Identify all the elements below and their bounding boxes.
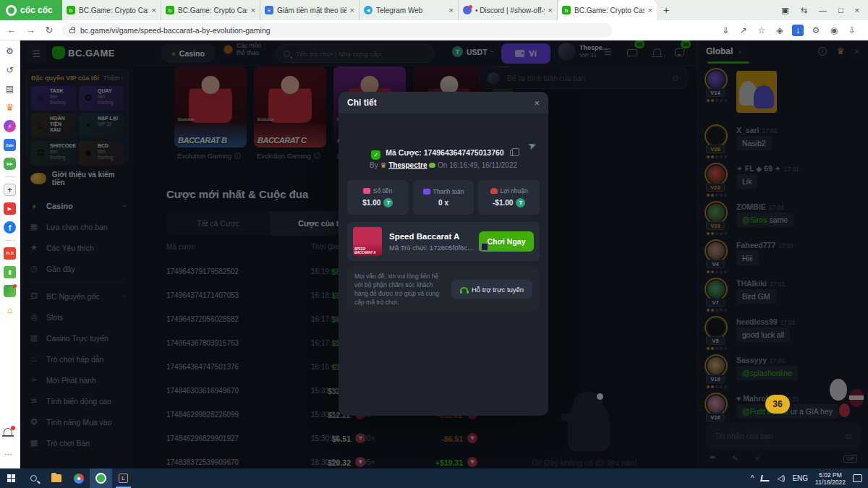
game-thumbnail[interactable]: SPEED BACCARAT A: [353, 227, 382, 256]
notifications-bell-icon[interactable]: [4, 428, 12, 435]
coccoc-taskbar-icon[interactable]: [90, 468, 112, 488]
browser-tabstrip: cốc cốc b BC.Game: Crypto Casino Gam × b…: [0, 0, 868, 20]
coccoc-brand[interactable]: cốc cốc: [0, 0, 62, 20]
maximize-button[interactable]: □: [838, 6, 843, 14]
shield-icon[interactable]: ◈: [774, 25, 786, 36]
crown-icon: ♛: [380, 161, 386, 169]
browser-tab-1[interactable]: b BC.Game: Crypto Casino Gam ×: [62, 0, 161, 20]
system-tray: ^ ◁) ENG 5:02 PM 11/16/2022: [751, 471, 868, 486]
taskbar-search-icon[interactable]: [22, 468, 45, 488]
tab-close-icon[interactable]: ×: [251, 6, 255, 14]
frog-emoji-icon: [429, 163, 435, 168]
facebook-icon[interactable]: f: [4, 221, 16, 234]
games-icon[interactable]: ▸▸: [4, 158, 16, 170]
live-support-button[interactable]: Hỗ trợ trực tuyến: [451, 280, 532, 299]
bet-id-value: 1749643647475013760: [424, 148, 504, 157]
address-bar[interactable]: bc.game/vi/game/speed-baccarat-a-by-evol…: [62, 23, 612, 38]
card-icon: [423, 189, 430, 194]
close-button[interactable]: ×: [855, 6, 859, 14]
downloads-tray-icon[interactable]: ⇩: [846, 25, 858, 36]
browser-urlbar: ← → ↻ bc.game/vi/game/speed-baccarat-a-b…: [0, 20, 868, 40]
tab-close-icon[interactable]: ×: [548, 6, 553, 14]
zalo-icon[interactable]: Zalo: [4, 139, 16, 151]
support-box: Mọi vấn đề, xin vui lòng liên hệ với bộ …: [347, 267, 540, 312]
bet-datetime: 16:16:49, 16/11/2022: [449, 161, 517, 169]
browser-tab-4[interactable]: ◄ Telegram Web ×: [359, 0, 459, 20]
coccoc-logo-icon: [6, 5, 17, 16]
minimize-button[interactable]: —: [819, 6, 827, 14]
reload-button[interactable]: ↻: [43, 25, 55, 35]
chat-unread-badge[interactable]: 36: [765, 395, 790, 414]
tab-title: BC.Game: Crypto Casino Gam: [574, 7, 644, 14]
split-screen-icon[interactable]: ⇆: [801, 6, 807, 15]
more-icon[interactable]: ⋯: [4, 450, 12, 459]
tab-close-icon[interactable]: ×: [350, 6, 354, 14]
bookmark-star-icon[interactable]: ☆: [756, 25, 767, 36]
browser-tab-3[interactable]: ≡ Giảm tiền mặt theo tiến hóa ×: [260, 0, 359, 20]
bettor-username[interactable]: Thespectre: [388, 161, 427, 169]
screen: cốc cốc b BC.Game: Crypto Casino Gam × b…: [0, 0, 868, 488]
history-icon[interactable]: ↺: [4, 64, 16, 76]
newsfeed-icon[interactable]: ▤: [4, 82, 16, 95]
rewards-crown-icon[interactable]: ♛: [4, 101, 16, 114]
tab-close-icon[interactable]: ×: [648, 6, 652, 14]
browser-tab-2[interactable]: b BC.Game: Crypto Casino Gam ×: [161, 0, 260, 20]
language-indicator[interactable]: ENG: [792, 474, 808, 482]
tab-close-icon[interactable]: ×: [152, 6, 156, 14]
cart-icon[interactable]: ⌂: [4, 304, 16, 316]
save-page-icon[interactable]: ⇓: [720, 25, 731, 36]
battery-app-icon[interactable]: ▮: [4, 266, 16, 278]
copy-icon[interactable]: [510, 150, 516, 156]
brand-label: cốc cốc: [20, 5, 53, 15]
modal-close-icon[interactable]: ×: [534, 98, 540, 108]
notification-dot: [11, 426, 15, 430]
settings-icon[interactable]: ⚙: [4, 45, 16, 57]
tab-close-icon[interactable]: ×: [449, 6, 454, 14]
tab-title: BC.Game: Crypto Casino Gam: [79, 7, 148, 14]
url-text[interactable]: bc.game/vi/game/speed-baccarat-a-by-evol…: [80, 26, 271, 35]
browser-tab-active[interactable]: b BC.Game: Crypto Casino Gam ×: [558, 0, 657, 20]
profile-icon[interactable]: ◉: [828, 25, 840, 36]
messenger-icon[interactable]: ⚡: [4, 120, 16, 132]
sale-icon[interactable]: 25.11: [4, 247, 16, 260]
youtube-icon[interactable]: ▶: [4, 202, 16, 215]
windows-taskbar: L ^ ◁) ENG 5:02 PM 11/16/2022: [0, 468, 868, 488]
bet-stats: Số tiền $1.00T Thanh toán 0 x Lợi nhuận …: [347, 180, 540, 215]
share-icon[interactable]: ↗: [738, 25, 749, 36]
download-icon[interactable]: ↓: [792, 25, 804, 36]
stat-amount: Số tiền $1.00T: [347, 180, 409, 215]
copy-icon[interactable]: [479, 244, 485, 251]
doc-favicon: ≡: [265, 6, 273, 14]
extensions-icon[interactable]: ⚙: [810, 25, 822, 36]
league-of-legends-icon[interactable]: L: [112, 468, 135, 488]
bet-id-label: Mã Cược:: [386, 148, 422, 157]
stat-payout: Thanh toán 0 x: [413, 180, 475, 215]
browser-toolbar-icons: ⇓ ↗ ☆ ◈ ↓ ⚙ ◉ ⇩: [720, 25, 862, 36]
verified-shield-icon: ✓: [371, 150, 380, 160]
forward-button[interactable]: →: [25, 25, 36, 35]
bcgame-page: ☰ B BC.GAME Đặc quyền VIP của tôi Thêm ›…: [20, 40, 868, 468]
start-button[interactable]: [0, 468, 22, 488]
shop-hat-icon[interactable]: [4, 285, 16, 297]
money-icon: [363, 188, 370, 194]
taskbar-clock[interactable]: 5:02 PM 11/16/2022: [815, 471, 846, 486]
new-tab-button[interactable]: +: [657, 0, 676, 20]
action-center-icon[interactable]: [853, 474, 862, 482]
browser-tab-5[interactable]: • Discord | #show-off-you ×: [459, 0, 558, 20]
modal-title: Chi tiết: [347, 98, 377, 108]
window-controls: ▣ ⇆ — □ ×: [781, 0, 868, 20]
game-code: Mã Trò chơi: 172805f0f6c...: [389, 244, 473, 252]
chrome-icon[interactable]: [67, 468, 90, 488]
tab-title: Telegram Web: [376, 7, 446, 14]
volume-icon[interactable]: ◁): [777, 474, 785, 482]
back-button[interactable]: ←: [6, 25, 17, 35]
bet-detail-modal: Chi tiết × ➤ ✓ Mã Cược: 1749643647475013…: [339, 92, 548, 416]
add-shortcut-icon[interactable]: +: [4, 184, 16, 196]
network-icon[interactable]: [761, 475, 771, 481]
reader-mode-icon[interactable]: ▣: [781, 6, 788, 15]
usdt-icon: T: [383, 198, 393, 207]
divider: [4, 176, 16, 177]
show-hidden-icons[interactable]: ^: [751, 474, 754, 482]
file-explorer-icon[interactable]: [45, 468, 67, 488]
headset-icon: [460, 287, 468, 292]
